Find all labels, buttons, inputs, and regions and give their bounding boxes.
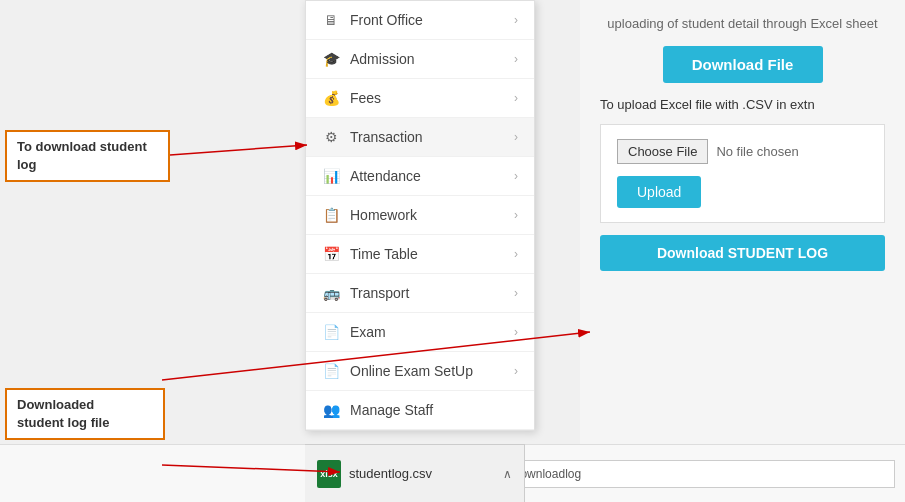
svg-line-0 xyxy=(170,145,307,155)
sidebar-item-fees[interactable]: 💰 Fees › xyxy=(306,79,534,118)
downloaded-file[interactable]: xlsx studentlog.csv ∧ xyxy=(305,444,525,502)
monitor-icon: 🖥 xyxy=(322,11,340,29)
nav-menu: 🖥 Front Office › 🎓 Admission › 💰 Fees › … xyxy=(305,0,535,431)
chevron-right-icon: › xyxy=(514,325,518,339)
chevron-right-icon: › xyxy=(514,364,518,378)
sidebar-item-label: Time Table xyxy=(350,246,418,262)
file-name-label: studentlog.csv xyxy=(349,466,495,481)
chevron-right-icon: › xyxy=(514,208,518,222)
sidebar-item-transport[interactable]: 🚌 Transport › xyxy=(306,274,534,313)
upload-box: Choose File No file chosen Upload xyxy=(600,124,885,223)
chevron-right-icon: › xyxy=(514,52,518,66)
sidebar-item-transaction[interactable]: ⚙ Transaction › xyxy=(306,118,534,157)
sidebar-item-homework[interactable]: 📋 Homework › xyxy=(306,196,534,235)
upload-label: To upload Excel file with .CSV in extn xyxy=(600,97,885,112)
upload-button[interactable]: Upload xyxy=(617,176,701,208)
chevron-right-icon: › xyxy=(514,247,518,261)
sidebar-item-label: Front Office xyxy=(350,12,423,28)
chevron-right-icon: › xyxy=(514,13,518,27)
staff-icon: 👥 xyxy=(322,401,340,419)
chevron-right-icon: › xyxy=(514,286,518,300)
annotation-bottom: Downloadedstudent log file xyxy=(5,388,165,440)
sidebar-item-manage-staff[interactable]: 👥 Manage Staff xyxy=(306,391,534,430)
file-input-row: Choose File No file chosen xyxy=(617,139,868,164)
sidebar-item-label: Homework xyxy=(350,207,417,223)
chevron-right-icon: › xyxy=(514,91,518,105)
download-student-log-button[interactable]: Download STUDENT LOG xyxy=(600,235,885,271)
sidebar-item-label: Online Exam SetUp xyxy=(350,363,473,379)
panel-description: uploading of student detail through Exce… xyxy=(600,14,885,34)
doc-icon: 📄 xyxy=(322,323,340,341)
sidebar-item-label: Exam xyxy=(350,324,386,340)
right-panel: uploading of student detail through Exce… xyxy=(580,0,905,502)
graduation-icon: 🎓 xyxy=(322,50,340,68)
choose-file-button[interactable]: Choose File xyxy=(617,139,708,164)
excel-file-icon: xlsx xyxy=(317,460,341,488)
annotation-top: To download studentlog xyxy=(5,130,170,182)
sidebar-item-label: Transport xyxy=(350,285,409,301)
chevron-right-icon: › xyxy=(514,130,518,144)
no-file-text: No file chosen xyxy=(716,144,798,159)
calendar-icon: 📅 xyxy=(322,245,340,263)
download-file-button[interactable]: Download File xyxy=(663,46,823,83)
sidebar-item-exam[interactable]: 📄 Exam › xyxy=(306,313,534,352)
gear-icon: ⚙ xyxy=(322,128,340,146)
chevron-up-icon: ∧ xyxy=(503,467,512,481)
bus-icon: 🚌 xyxy=(322,284,340,302)
doc2-icon: 📄 xyxy=(322,362,340,380)
sidebar-item-label: Admission xyxy=(350,51,415,67)
sidebar-item-label: Transaction xyxy=(350,129,423,145)
chart-icon: 📊 xyxy=(322,167,340,185)
sidebar-item-label: Attendance xyxy=(350,168,421,184)
chevron-right-icon: › xyxy=(514,169,518,183)
sidebar-item-label: Fees xyxy=(350,90,381,106)
sidebar-item-attendance[interactable]: 📊 Attendance › xyxy=(306,157,534,196)
money-icon: 💰 xyxy=(322,89,340,107)
sidebar-item-online-exam[interactable]: 📄 Online Exam SetUp › xyxy=(306,352,534,391)
homework-icon: 📋 xyxy=(322,206,340,224)
sidebar-item-front-office[interactable]: 🖥 Front Office › xyxy=(306,1,534,40)
sidebar-item-timetable[interactable]: 📅 Time Table › xyxy=(306,235,534,274)
sidebar-item-admission[interactable]: 🎓 Admission › xyxy=(306,40,534,79)
sidebar-item-label: Manage Staff xyxy=(350,402,433,418)
